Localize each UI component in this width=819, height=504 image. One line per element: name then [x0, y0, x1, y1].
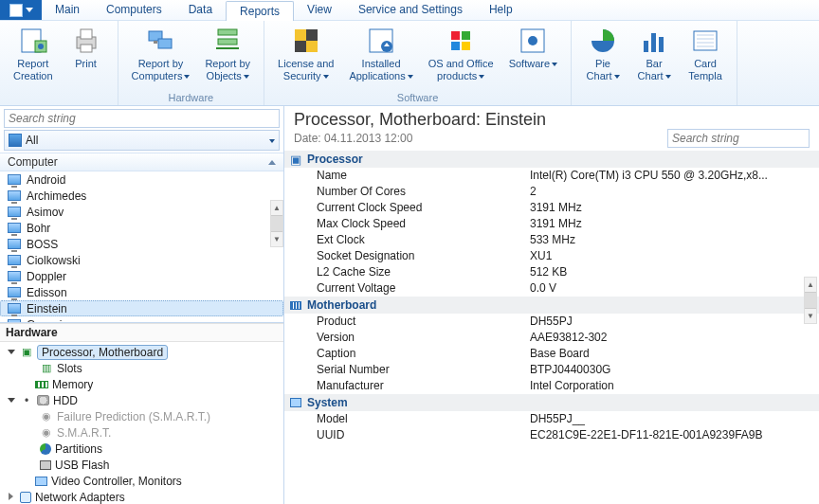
software-button[interactable]: Software — [501, 23, 565, 91]
scroll-up-icon[interactable]: ▲ — [271, 201, 282, 215]
pie-chart-icon — [588, 26, 618, 56]
computer-item[interactable]: Android — [0, 171, 283, 188]
computer-item[interactable]: Doppler — [0, 268, 283, 284]
computer-item[interactable]: Gaɑarin — [0, 316, 283, 323]
print-button[interactable]: Print — [61, 23, 112, 102]
report-computers-icon — [145, 26, 175, 56]
license-security-icon — [291, 26, 321, 56]
property-row: L2 Cache Size512 KB — [284, 264, 819, 280]
svg-rect-26 — [659, 37, 664, 52]
computer-item[interactable]: Ciolkowski — [0, 252, 283, 268]
scroll-thumb[interactable] — [271, 215, 282, 232]
bar-chart-button[interactable]: BarChart — [628, 23, 680, 102]
section-header-processor[interactable]: ▣Processor — [284, 151, 819, 168]
report-by-computers-button[interactable]: Report byComputers — [124, 23, 198, 91]
property-row: ModelDH55PJ__ — [284, 411, 819, 427]
scroll-up-icon[interactable]: ▲ — [805, 278, 816, 292]
menu-computers[interactable]: Computers — [93, 0, 175, 20]
tree-node-processor-motherboard[interactable]: ▣ Processor, Motherboard — [4, 344, 280, 360]
monitor-icon — [8, 319, 21, 323]
report-by-objects-button[interactable]: Report byObjects — [197, 23, 258, 91]
tree-node-video[interactable]: Video Controller, Monitors — [4, 473, 280, 489]
menu-main[interactable]: Main — [42, 0, 93, 20]
svg-rect-9 — [218, 29, 237, 35]
monitor-icon — [8, 287, 21, 297]
property-row: Max Clock Speed3191 MHz — [284, 216, 819, 232]
usb-icon — [40, 460, 51, 470]
computer-item[interactable]: Asimov — [0, 204, 283, 220]
tree-node-hdd[interactable]: • HDD — [4, 392, 280, 408]
menu-bar: MainComputersDataReportsViewService and … — [0, 0, 819, 21]
os-and-office-products-button[interactable]: OS and Officeproducts — [421, 23, 501, 91]
hardware-tree: ▣ Processor, Motherboard ▥ Slots Memory … — [0, 342, 283, 504]
property-row: Number Of Cores2 — [284, 184, 819, 200]
computer-item[interactable]: Bohr — [0, 220, 283, 236]
menu-help[interactable]: Help — [476, 0, 526, 20]
scrollbar[interactable]: ▲ ▼ — [270, 200, 283, 247]
menu-view[interactable]: View — [294, 0, 345, 20]
chip-icon: ▣ — [20, 346, 33, 359]
computer-list: ▲ ▼ AndroidArchimedesAsimovBohrBOSSCiolk… — [0, 171, 283, 323]
filter-label: All — [26, 134, 38, 147]
hdd-icon — [37, 395, 49, 405]
svg-rect-14 — [295, 41, 306, 52]
ribbon: ReportCreationPrintReport byComputersRep… — [0, 21, 819, 106]
card-templa-button[interactable]: CardTempla — [680, 23, 731, 102]
tree-node-slots[interactable]: ▥ Slots — [4, 360, 280, 376]
tree-node-smart[interactable]: ◉ S.M.A.R.T. — [4, 424, 280, 441]
scroll-down-icon[interactable]: ▼ — [271, 232, 282, 246]
sort-asc-icon — [268, 160, 276, 165]
search-input[interactable] — [4, 109, 280, 128]
scroll-thumb[interactable] — [805, 292, 816, 309]
filter-dropdown[interactable]: All — [4, 130, 280, 151]
tree-node-network[interactable]: Network Adapters — [4, 489, 280, 504]
expand-icon[interactable] — [8, 493, 16, 501]
pie-chart-button[interactable]: PieChart — [577, 23, 628, 102]
svg-rect-25 — [651, 33, 656, 52]
detail-list: ▣ProcessorNameIntel(R) Core(TM) i3 CPU 5… — [284, 151, 819, 504]
menu-reports[interactable]: Reports — [226, 1, 294, 21]
slot-icon: ▥ — [40, 362, 53, 375]
collapse-icon[interactable] — [8, 396, 16, 405]
processor-icon: ▣ — [290, 153, 301, 165]
monitor-icon — [35, 477, 47, 486]
tree-node-partitions[interactable]: Partitions — [4, 441, 280, 457]
app-menu-button[interactable] — [0, 0, 42, 20]
property-row: ManufacturerIntel Corporation — [284, 378, 819, 394]
tree-node-smart-failure[interactable]: ◉ Failure Prediction (S.M.A.R.T.) — [4, 408, 280, 424]
tree-node-memory[interactable]: Memory — [4, 376, 280, 392]
svg-rect-18 — [451, 31, 460, 40]
installed-applications-button[interactable]: InstalledApplications — [341, 23, 420, 91]
section-header-motherboard[interactable]: Motherboard — [284, 297, 819, 314]
report-creation-button[interactable]: ReportCreation — [6, 23, 61, 102]
print-icon — [71, 26, 101, 56]
license-and-security-button[interactable]: License andSecurity — [270, 23, 341, 91]
svg-rect-15 — [306, 41, 318, 52]
property-row: Serial NumberBTPJ0440030G — [284, 362, 819, 378]
chevron-down-icon — [184, 75, 190, 79]
svg-rect-27 — [694, 31, 717, 50]
detail-search-input[interactable] — [667, 129, 810, 148]
computer-item[interactable]: Archimedes — [0, 188, 283, 204]
cube-icon — [9, 134, 22, 147]
card-template-icon — [690, 26, 720, 56]
computer-item[interactable]: BOSS — [0, 236, 283, 252]
menu-data[interactable]: Data — [175, 0, 226, 20]
svg-rect-4 — [81, 29, 92, 39]
section-header-system[interactable]: System — [284, 394, 819, 411]
network-icon — [20, 492, 31, 503]
tree-node-usb[interactable]: USB Flash — [4, 457, 280, 473]
scrollbar[interactable]: ▲ ▼ — [804, 277, 817, 324]
chevron-down-icon — [552, 63, 557, 66]
computer-list-header[interactable]: Computer — [0, 153, 283, 171]
computer-item[interactable]: Edisson — [0, 284, 283, 300]
property-row: Socket DesignationXU1 — [284, 248, 819, 264]
menu-service-and-settings[interactable]: Service and Settings — [345, 0, 476, 20]
computer-item[interactable]: Einstein — [0, 300, 283, 316]
collapse-icon[interactable] — [8, 348, 16, 356]
disk-icon: ◉ — [40, 426, 53, 440]
scroll-down-icon[interactable]: ▼ — [805, 309, 816, 323]
chevron-down-icon — [267, 134, 275, 147]
chevron-down-icon — [408, 75, 413, 79]
chevron-down-icon — [665, 75, 671, 79]
